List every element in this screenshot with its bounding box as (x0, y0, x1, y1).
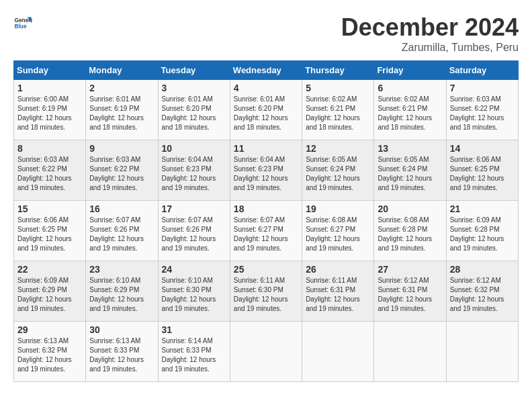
day-number: 8 (17, 143, 82, 154)
calendar-week-2: 8Sunrise: 6:03 AMSunset: 6:22 PMDaylight… (14, 140, 519, 201)
day-info: Sunrise: 6:00 AMSunset: 6:19 PMDaylight:… (17, 95, 82, 132)
calendar-cell: 1Sunrise: 6:00 AMSunset: 6:19 PMDaylight… (14, 80, 86, 140)
calendar-cell: 12Sunrise: 6:05 AMSunset: 6:24 PMDayligh… (302, 140, 374, 201)
calendar-cell: 18Sunrise: 6:07 AMSunset: 6:27 PMDayligh… (230, 201, 302, 261)
calendar-cell: 30Sunrise: 6:13 AMSunset: 6:33 PMDayligh… (86, 322, 158, 382)
day-number: 25 (234, 264, 298, 275)
calendar-cell: 21Sunrise: 6:09 AMSunset: 6:28 PMDayligh… (446, 201, 518, 261)
day-number: 19 (306, 203, 370, 214)
day-info: Sunrise: 6:03 AMSunset: 6:22 PMDaylight:… (17, 155, 82, 193)
header-day-tuesday: Tuesday (158, 61, 230, 80)
header-day-monday: Monday (86, 61, 158, 80)
day-info: Sunrise: 6:01 AMSunset: 6:19 PMDaylight:… (89, 95, 154, 132)
day-info: Sunrise: 6:06 AMSunset: 6:25 PMDaylight:… (450, 155, 515, 193)
calendar-cell: 20Sunrise: 6:08 AMSunset: 6:28 PMDayligh… (374, 201, 446, 261)
day-number: 24 (162, 264, 226, 275)
day-number: 28 (450, 264, 515, 275)
logo-icon: General Blue (13, 13, 32, 32)
header-row: SundayMondayTuesdayWednesdayThursdayFrid… (14, 61, 519, 80)
day-info: Sunrise: 6:06 AMSunset: 6:25 PMDaylight:… (17, 216, 82, 253)
header-day-sunday: Sunday (14, 61, 86, 80)
day-info: Sunrise: 6:07 AMSunset: 6:26 PMDaylight:… (162, 216, 226, 253)
calendar-cell: 15Sunrise: 6:06 AMSunset: 6:25 PMDayligh… (14, 201, 86, 261)
calendar-table: SundayMondayTuesdayWednesdayThursdayFrid… (13, 60, 519, 382)
day-number: 21 (450, 203, 515, 214)
calendar-cell: 27Sunrise: 6:12 AMSunset: 6:31 PMDayligh… (374, 261, 446, 322)
calendar-cell: 8Sunrise: 6:03 AMSunset: 6:22 PMDaylight… (14, 140, 86, 201)
calendar-cell: 4Sunrise: 6:01 AMSunset: 6:20 PMDaylight… (230, 80, 302, 140)
calendar-cell: 3Sunrise: 6:01 AMSunset: 6:20 PMDaylight… (158, 80, 230, 140)
header-day-thursday: Thursday (302, 61, 374, 80)
day-info: Sunrise: 6:09 AMSunset: 6:28 PMDaylight:… (450, 216, 515, 253)
day-number: 22 (17, 264, 82, 275)
day-info: Sunrise: 6:02 AMSunset: 6:21 PMDaylight:… (306, 95, 370, 132)
day-number: 1 (17, 83, 82, 93)
calendar-cell: 10Sunrise: 6:04 AMSunset: 6:23 PMDayligh… (158, 140, 230, 201)
day-number: 27 (378, 264, 442, 275)
day-info: Sunrise: 6:05 AMSunset: 6:24 PMDaylight:… (306, 155, 370, 193)
calendar-cell: 14Sunrise: 6:06 AMSunset: 6:25 PMDayligh… (446, 140, 518, 201)
day-info: Sunrise: 6:01 AMSunset: 6:20 PMDaylight:… (162, 95, 226, 132)
calendar-cell: 16Sunrise: 6:07 AMSunset: 6:26 PMDayligh… (86, 201, 158, 261)
day-info: Sunrise: 6:13 AMSunset: 6:32 PMDaylight:… (17, 336, 82, 374)
header-day-friday: Friday (374, 61, 446, 80)
day-info: Sunrise: 6:01 AMSunset: 6:20 PMDaylight:… (234, 95, 298, 132)
calendar-cell: 5Sunrise: 6:02 AMSunset: 6:21 PMDaylight… (302, 80, 374, 140)
calendar-cell: 22Sunrise: 6:09 AMSunset: 6:29 PMDayligh… (14, 261, 86, 322)
day-number: 31 (162, 324, 226, 335)
calendar-cell: 6Sunrise: 6:02 AMSunset: 6:21 PMDaylight… (374, 80, 446, 140)
location-subtitle: Zarumilla, Tumbes, Peru (341, 42, 519, 54)
calendar-cell: 2Sunrise: 6:01 AMSunset: 6:19 PMDaylight… (86, 80, 158, 140)
logo: General Blue (13, 13, 32, 32)
calendar-cell (446, 322, 518, 382)
day-info: Sunrise: 6:04 AMSunset: 6:23 PMDaylight:… (162, 155, 226, 193)
day-number: 17 (162, 203, 226, 214)
day-number: 20 (378, 203, 442, 214)
calendar-week-1: 1Sunrise: 6:00 AMSunset: 6:19 PMDaylight… (14, 80, 519, 140)
day-number: 2 (89, 83, 154, 93)
day-number: 12 (306, 143, 370, 154)
calendar-week-3: 15Sunrise: 6:06 AMSunset: 6:25 PMDayligh… (14, 201, 519, 261)
calendar-cell: 7Sunrise: 6:03 AMSunset: 6:22 PMDaylight… (446, 80, 518, 140)
day-info: Sunrise: 6:12 AMSunset: 6:31 PMDaylight:… (378, 276, 442, 314)
day-info: Sunrise: 6:10 AMSunset: 6:29 PMDaylight:… (89, 276, 154, 314)
calendar-cell (230, 322, 302, 382)
day-info: Sunrise: 6:03 AMSunset: 6:22 PMDaylight:… (89, 155, 154, 193)
day-number: 10 (162, 143, 226, 154)
day-number: 15 (17, 203, 82, 214)
day-info: Sunrise: 6:02 AMSunset: 6:21 PMDaylight:… (378, 95, 442, 132)
page-header: General Blue December 2024 Zarumilla, Tu… (13, 13, 519, 54)
day-info: Sunrise: 6:04 AMSunset: 6:23 PMDaylight:… (234, 155, 298, 193)
day-number: 13 (378, 143, 442, 154)
day-number: 6 (378, 83, 442, 93)
calendar-cell: 25Sunrise: 6:11 AMSunset: 6:30 PMDayligh… (230, 261, 302, 322)
day-number: 11 (234, 143, 298, 154)
calendar-week-4: 22Sunrise: 6:09 AMSunset: 6:29 PMDayligh… (14, 261, 519, 322)
day-info: Sunrise: 6:07 AMSunset: 6:27 PMDaylight:… (234, 216, 298, 253)
day-number: 3 (162, 83, 226, 93)
day-number: 30 (89, 324, 154, 335)
calendar-cell: 26Sunrise: 6:11 AMSunset: 6:31 PMDayligh… (302, 261, 374, 322)
day-number: 23 (89, 264, 154, 275)
calendar-cell: 19Sunrise: 6:08 AMSunset: 6:27 PMDayligh… (302, 201, 374, 261)
day-info: Sunrise: 6:03 AMSunset: 6:22 PMDaylight:… (450, 95, 515, 132)
calendar-cell: 23Sunrise: 6:10 AMSunset: 6:29 PMDayligh… (86, 261, 158, 322)
day-info: Sunrise: 6:09 AMSunset: 6:29 PMDaylight:… (17, 276, 82, 314)
day-info: Sunrise: 6:13 AMSunset: 6:33 PMDaylight:… (89, 336, 154, 374)
day-number: 9 (89, 143, 154, 154)
day-number: 7 (450, 83, 515, 93)
calendar-week-5: 29Sunrise: 6:13 AMSunset: 6:32 PMDayligh… (14, 322, 519, 382)
day-info: Sunrise: 6:08 AMSunset: 6:28 PMDaylight:… (378, 216, 442, 253)
day-info: Sunrise: 6:11 AMSunset: 6:31 PMDaylight:… (306, 276, 370, 314)
calendar-cell: 28Sunrise: 6:12 AMSunset: 6:32 PMDayligh… (446, 261, 518, 322)
day-info: Sunrise: 6:14 AMSunset: 6:33 PMDaylight:… (162, 336, 226, 374)
day-number: 14 (450, 143, 515, 154)
day-number: 16 (89, 203, 154, 214)
calendar-cell: 17Sunrise: 6:07 AMSunset: 6:26 PMDayligh… (158, 201, 230, 261)
day-number: 4 (234, 83, 298, 93)
calendar-cell: 11Sunrise: 6:04 AMSunset: 6:23 PMDayligh… (230, 140, 302, 201)
day-info: Sunrise: 6:10 AMSunset: 6:30 PMDaylight:… (162, 276, 226, 314)
day-info: Sunrise: 6:11 AMSunset: 6:30 PMDaylight:… (234, 276, 298, 314)
day-info: Sunrise: 6:07 AMSunset: 6:26 PMDaylight:… (89, 216, 154, 253)
calendar-cell (374, 322, 446, 382)
